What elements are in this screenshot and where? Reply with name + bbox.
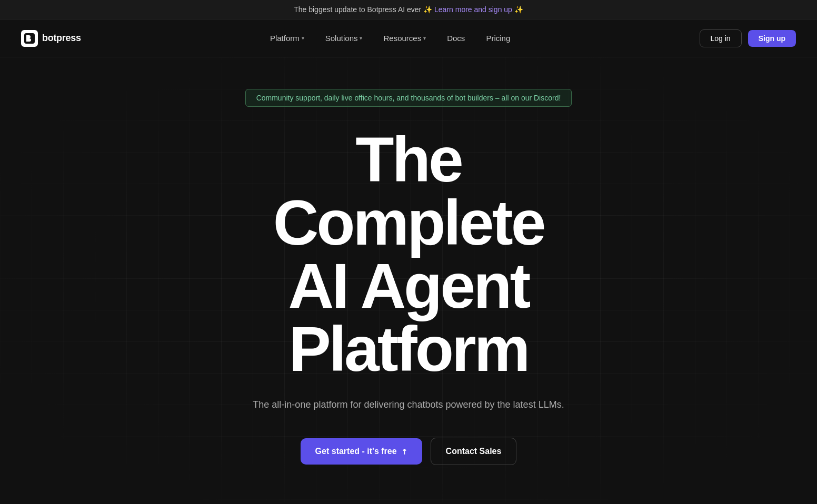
signup-button[interactable]: Sign up [748,30,796,47]
announcement-suffix: ✨ [512,5,523,14]
announcement-bar: The biggest update to Botpress AI ever ✨… [0,0,817,19]
cta-buttons: Get started - it's free ↗ Contact Sales [301,438,517,465]
get-started-button[interactable]: Get started - it's free ↗ [301,438,422,465]
chevron-down-icon: ▾ [360,35,362,41]
nav-item-resources[interactable]: Resources ▾ [375,29,434,47]
logo-text: botpress [42,33,81,44]
main-content: Community support, daily live office hou… [0,57,817,502]
nav-actions: Log in Sign up [700,29,796,47]
chevron-down-icon: ▾ [423,35,426,41]
announcement-link[interactable]: Learn more and sign up [434,5,512,14]
logo-icon [21,30,38,47]
hero-section: Community support, daily live office hou… [235,89,583,465]
nav-links: Platform ▾ Solutions ▾ Resources ▾ Docs … [262,29,519,47]
community-badge[interactable]: Community support, daily live office hou… [245,89,572,107]
logo-link[interactable]: botpress [21,30,81,47]
hero-subtext: The all-in-one platform for delivering c… [253,397,564,412]
announcement-prefix: The biggest update to Botpress AI ever ✨ [294,5,434,14]
chevron-down-icon: ▾ [302,35,304,41]
nav-item-platform[interactable]: Platform ▾ [262,29,313,47]
navbar: botpress Platform ▾ Solutions ▾ Resource… [0,19,817,57]
nav-item-solutions[interactable]: Solutions ▾ [317,29,371,47]
nav-item-docs[interactable]: Docs [439,29,473,47]
arrow-icon: ↗ [399,446,410,457]
login-button[interactable]: Log in [700,29,742,47]
hero-headline: The Complete AI Agent Platform [273,128,544,380]
contact-sales-button[interactable]: Contact Sales [431,438,517,465]
nav-item-pricing[interactable]: Pricing [477,29,519,47]
